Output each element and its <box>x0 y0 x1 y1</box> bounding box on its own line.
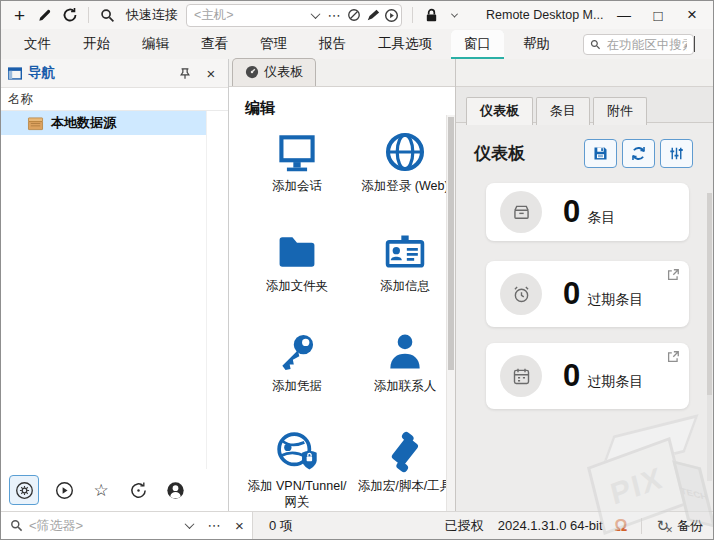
tab-dashboard[interactable]: 仪表板 <box>466 97 533 125</box>
entries-card[interactable]: 0条目 <box>486 183 689 241</box>
chevron-down-icon <box>311 9 321 19</box>
tab-window[interactable]: 窗口 <box>451 30 504 59</box>
editor-content: 编辑 添加会话 添加登录 (Web) 添加文件夹 <box>229 87 455 511</box>
favorites-view-button[interactable]: ☆ <box>89 478 113 502</box>
vpn-globe-shield-icon <box>275 430 319 474</box>
document-tab-label: 仪表板 <box>264 63 303 81</box>
chevron-down-icon <box>694 36 695 52</box>
entries-label: 条目 <box>587 209 615 227</box>
add-information-action[interactable]: 添加信息 <box>349 230 455 330</box>
host-input[interactable] <box>194 8 306 22</box>
tab-edit[interactable]: 编辑 <box>129 30 182 59</box>
tab-attachments[interactable]: 附件 <box>593 97 647 125</box>
dashboard-view-button[interactable] <box>9 475 39 505</box>
pin-button[interactable] <box>174 63 196 83</box>
tab-dashboard-document[interactable]: 仪表板 <box>232 58 316 86</box>
filter-input[interactable] <box>29 518 174 533</box>
backup-icon: ↻✕ <box>656 518 669 533</box>
user-view-button[interactable] <box>163 478 187 502</box>
navigation-header: 导航 × <box>1 59 228 87</box>
dashboard-scrollbar[interactable] <box>707 193 712 481</box>
macro-scroll-icon <box>383 430 427 474</box>
add-vpn-action[interactable]: 添加 VPN/Tunnel/网关 <box>245 430 349 511</box>
tab-view[interactable]: 查看 <box>188 30 241 59</box>
history-icon <box>129 481 148 500</box>
protocol-button[interactable] <box>344 5 363 25</box>
external-link-icon[interactable] <box>666 350 680 364</box>
tab-entries[interactable]: 条目 <box>536 97 590 125</box>
tab-file[interactable]: 文件 <box>11 30 64 59</box>
add-credential-action[interactable]: 添加凭据 <box>245 330 349 430</box>
tab-help[interactable]: 帮助 <box>510 30 563 59</box>
filter-dropdown-chevron[interactable] <box>180 516 199 536</box>
more-options-button[interactable]: ⋯ <box>325 5 344 25</box>
titlebar-chevron[interactable] <box>444 3 464 27</box>
navigation-panel: 导航 × 名称 本地数据源 ☆ <box>1 59 229 511</box>
add-web-login-action[interactable]: 添加登录 (Web) <box>349 130 455 230</box>
dashboard-panel: 仪表板 条目 附件 仪表板 <box>455 59 713 511</box>
dashboard-body: 仪表板 <box>456 122 713 511</box>
star-icon: ☆ <box>93 480 108 501</box>
name-column-header[interactable]: 名称 <box>1 87 228 111</box>
chevron-down-icon <box>185 519 195 529</box>
refresh-button[interactable] <box>622 139 655 168</box>
dashboard-tabs: 仪表板 条目 附件 <box>466 97 650 125</box>
host-dropdown-chevron[interactable] <box>306 5 325 25</box>
add-button[interactable]: + <box>7 3 32 27</box>
save-button[interactable] <box>584 139 617 168</box>
filter-more-button[interactable]: ⋯ <box>205 516 224 536</box>
ribbon-collapse-chevron[interactable] <box>694 36 695 51</box>
search-icon <box>95 3 120 27</box>
edit-host-button[interactable] <box>363 5 382 25</box>
navigation-title: 导航 <box>28 64 55 82</box>
scrollbar-thumb[interactable] <box>707 193 712 395</box>
refresh-button[interactable] <box>57 3 82 27</box>
lock-button[interactable] <box>419 3 444 27</box>
dashboard-cards: 0条目 0过期条目 0过期条目 <box>486 183 689 409</box>
external-link-icon[interactable] <box>666 268 680 282</box>
close-panel-button[interactable]: × <box>200 63 222 83</box>
devolutions-icon[interactable]: Ω <box>615 517 628 535</box>
maximize-button[interactable]: □ <box>641 2 675 28</box>
edit-button[interactable] <box>32 3 57 27</box>
connect-button[interactable] <box>382 5 401 25</box>
tab-administration[interactable]: 管理 <box>247 30 300 59</box>
tab-report[interactable]: 报告 <box>306 30 359 59</box>
minimize-button[interactable]: — <box>607 2 641 28</box>
ribbon-search-input[interactable] <box>607 38 687 52</box>
datasource-tree: 本地数据源 <box>1 111 228 469</box>
scrollbar-thumb[interactable] <box>448 117 454 370</box>
history-view-button[interactable] <box>126 478 150 502</box>
search-icon <box>10 519 23 532</box>
tree-item-local-datasource[interactable]: 本地数据源 <box>1 111 206 135</box>
key-icon <box>275 330 319 374</box>
tab-tools[interactable]: 工具选项 <box>365 30 445 59</box>
configure-button[interactable] <box>660 139 693 168</box>
divider <box>412 7 413 23</box>
add-contact-action[interactable]: 添加联系人 <box>349 330 455 430</box>
expired-entries-card[interactable]: 0过期条目 <box>486 261 689 327</box>
drawer-icon <box>511 202 532 223</box>
edit-section-header: 编辑 <box>245 99 455 118</box>
status-bar: ⋯ × 0 项 已授权 2024.1.31.0 64-bit Ω ↻✕ 备份 <box>1 511 713 539</box>
expiring-entries-card[interactable]: 0过期条目 <box>486 343 689 409</box>
main-area: 导航 × 名称 本地数据源 ☆ <box>1 59 713 511</box>
add-macro-action[interactable]: 添加宏/脚本/工具 <box>349 430 455 511</box>
sessions-view-button[interactable] <box>52 478 76 502</box>
window-title: Remote Desktop M... <box>486 8 603 22</box>
add-session-action[interactable]: 添加会话 <box>245 130 349 230</box>
filter-clear-button[interactable]: × <box>230 516 249 536</box>
datasource-box-icon <box>27 116 44 131</box>
statusbar-right: 已授权 2024.1.31.0 64-bit Ω ↻✕ 备份 <box>445 517 703 535</box>
editor-scrollbar[interactable] <box>446 115 455 511</box>
backup-button[interactable]: 备份 <box>677 517 703 535</box>
ribbon-search-box <box>583 34 694 55</box>
divider <box>88 7 89 23</box>
card-icon-circle <box>500 191 542 233</box>
add-folder-action[interactable]: 添加文件夹 <box>245 230 349 330</box>
dashboard-title: 仪表板 <box>474 142 525 165</box>
sliders-icon <box>668 145 685 162</box>
filter-box: ⋯ × <box>1 512 253 539</box>
close-button[interactable]: × <box>675 2 709 28</box>
tab-home[interactable]: 开始 <box>70 30 123 59</box>
